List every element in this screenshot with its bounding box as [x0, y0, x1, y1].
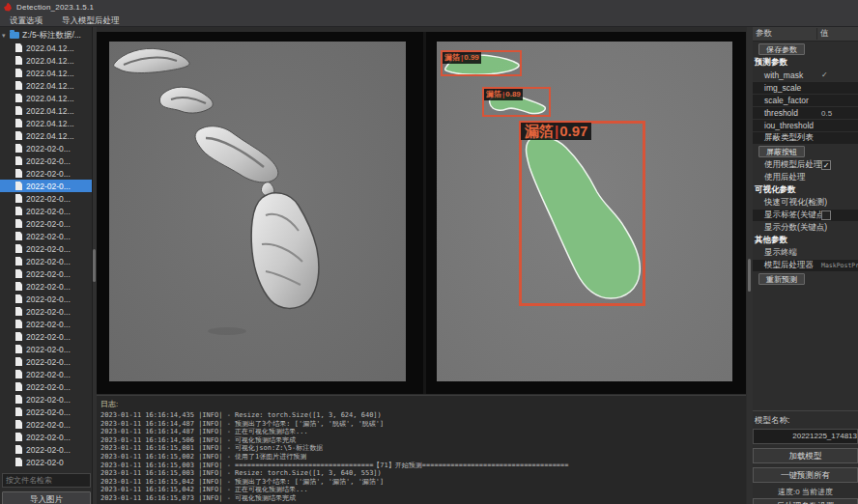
tree-item-label: 2022.04.12... [26, 56, 74, 66]
param-row[interactable]: 使用后处理 [753, 171, 858, 183]
tree-file-item[interactable]: 2022.04.12... [0, 104, 93, 117]
tree-item-label: 2022-02-0... [26, 307, 71, 317]
tree-root-folder[interactable]: ▾ Z:/5-标注数据/... [0, 29, 93, 42]
tree-file-item[interactable]: 2022-02-0... [0, 205, 93, 217]
model-name-field[interactable]: 20221225_174813 [753, 429, 858, 444]
menu-item[interactable]: 设置选项 [0, 14, 52, 27]
log-line: 2023-01-11 16:16:15,003 |INFO| - =======… [97, 462, 746, 470]
tree-item-label: 2022-02-0... [26, 269, 71, 279]
param-row[interactable]: 显示分数(关键点) [753, 221, 858, 234]
param-row[interactable]: 模型后处理器 MaskPostPro [753, 259, 858, 271]
expander-arrow-icon[interactable]: ▾ [2, 32, 10, 40]
tree-file-item[interactable]: 2022.04.12... [0, 92, 93, 104]
tree-file-item[interactable]: 2022-02-0... [0, 355, 93, 368]
menu-item[interactable]: 导入模型后处理 [52, 14, 129, 27]
import-images-button[interactable]: 导入图片 [2, 491, 91, 504]
predict-all-button[interactable]: 一键预测所有 [753, 467, 858, 483]
file-tree[interactable]: ▾ Z:/5-标注数据/... 2022.04.12... 2022.04.12… [0, 29, 93, 471]
tree-file-item[interactable]: 2022-02-0... [0, 167, 93, 180]
param-row[interactable]: 快速可视化(检测) [753, 196, 858, 209]
menubar: 设置选项 导入模型后处理 [0, 14, 858, 27]
param-value[interactable]: MaskPostPro [821, 262, 858, 269]
tree-file-item[interactable]: 2022-02-0... [0, 180, 93, 192]
param-row[interactable]: iou_threshold [753, 119, 858, 131]
tree-file-item[interactable]: 2022-02-0... [0, 305, 93, 318]
file-icon [15, 194, 22, 203]
param-row[interactable]: 显示终端 [753, 246, 858, 259]
file-icon [15, 144, 22, 153]
param-value[interactable] [821, 210, 831, 220]
param-label: img_scale [753, 83, 801, 93]
tree-file-item[interactable]: 2022-02-0... [0, 230, 93, 242]
tree-file-item[interactable]: 2022.04.12... [0, 54, 93, 67]
param-row[interactable]: img_scale [753, 81, 858, 94]
tree-file-item[interactable]: 2022-02-0... [0, 293, 93, 305]
tree-item-label: 2022-02-0... [26, 219, 71, 229]
param-label: 显示终端 [753, 247, 797, 259]
tree-file-item[interactable]: 2022-02-0... [0, 192, 93, 205]
tree-file-item[interactable]: 2022-02-0... [0, 406, 93, 418]
tree-file-item[interactable]: 2022-02-0... [0, 267, 93, 280]
file-icon [15, 257, 22, 266]
tree-file-item[interactable]: 2022-02-0... [0, 443, 93, 456]
tree-file-item[interactable]: 2022-02-0... [0, 343, 93, 355]
param-row[interactable]: 屏蔽按钮 [753, 144, 858, 158]
params-rows: 保存参数 预测参数 with_mask ✓ img_scale [753, 42, 858, 286]
tree-file-item[interactable]: 2022.04.12... [0, 117, 93, 129]
tree-file-item[interactable]: 2022-02-0... [0, 217, 93, 230]
param-row[interactable]: 使用模型后处理 ✓ [753, 158, 858, 171]
tree-file-item[interactable]: 2022-02-0... [0, 330, 93, 343]
param-row[interactable]: 其他参数 [753, 234, 858, 246]
file-icon [15, 94, 22, 102]
file-icon [15, 169, 22, 178]
file-icon [15, 207, 22, 215]
param-value[interactable]: ✓ [821, 70, 828, 79]
param-row[interactable]: 屏蔽类型列表 [753, 131, 858, 144]
log-lines: 2023-01-11 16:16:14,435 |INFO| - Resize:… [97, 411, 746, 503]
prediction-image-panel[interactable]: 漏箔|0.99 漏箔|0.89 漏箔|0.97 [437, 42, 732, 381]
load-model-button[interactable]: 加载模型 [753, 448, 858, 463]
tree-file-item[interactable]: 2022-02-0... [0, 280, 93, 293]
log-console[interactable]: 日志: 2023-01-11 16:16:14,435 |INFO| - Res… [97, 395, 746, 504]
tree-item-label: 2022-02-0... [26, 144, 71, 154]
file-icon [15, 458, 22, 466]
param-row[interactable]: with_mask ✓ [753, 69, 858, 81]
tree-file-item[interactable]: 2022.04.12... [0, 129, 93, 142]
window-title: Detection_2023.1.5.1 [16, 3, 94, 12]
tree-item-label: 2022-02-0... [26, 232, 71, 241]
tree-file-item[interactable]: 2022-02-0... [0, 393, 93, 406]
tree-file-item[interactable]: 2022-02-0... [0, 242, 93, 255]
tree-file-item[interactable]: 2022.04.12... [0, 79, 93, 92]
file-icon [15, 156, 22, 165]
param-row[interactable]: 显示标签(关键点) [753, 209, 858, 221]
param-row[interactable]: 可视化参数 [753, 183, 858, 196]
tree-file-item[interactable]: 2022-02-0... [0, 431, 93, 443]
tree-file-item[interactable]: 2022-02-0 [0, 456, 93, 468]
tree-file-item[interactable]: 2022-02-0... [0, 318, 93, 330]
param-row[interactable]: threshold 0.5 [753, 106, 858, 119]
source-image-panel[interactable] [109, 42, 406, 381]
param-row[interactable]: 预测参数 [753, 56, 858, 69]
tree-file-item[interactable]: 2022.04.12... [0, 67, 93, 79]
filename-search-input[interactable] [2, 473, 91, 488]
tree-item-label: 2022-02-0... [26, 433, 71, 442]
param-row[interactable]: 保存参数 [753, 42, 858, 56]
param-value[interactable]: ✓ [821, 160, 831, 170]
tree-file-item[interactable]: 2022.04.12... [0, 42, 93, 54]
tree-file-item[interactable]: 2022-02-0... [0, 255, 93, 267]
param-row[interactable]: scale_factor [753, 94, 858, 106]
tree-file-item[interactable]: 2022-02-0... [0, 142, 93, 154]
param-row[interactable]: 重新预测 [753, 271, 858, 286]
tree-file-item[interactable]: 2022-02-0... [0, 154, 93, 167]
tree-item-label: 2022.04.12... [26, 69, 74, 78]
parameters-panel: 参数 值 保存参数 预测参数 with_mask ✓ [753, 27, 858, 410]
tree-file-item[interactable]: 2022-02-0... [0, 418, 93, 431]
param-value[interactable]: 0.5 [821, 109, 832, 118]
tree-file-item[interactable]: 2022-02-0... [0, 380, 93, 393]
tree-file-item[interactable]: 2022-02-0... [0, 368, 93, 380]
file-icon [15, 131, 22, 140]
postprocess-settings-button[interactable]: 后处理参数设置 [753, 498, 858, 504]
file-sidebar: ▾ Z:/5-标注数据/... 2022.04.12... 2022.04.12… [0, 27, 93, 504]
file-icon [15, 106, 22, 115]
file-icon [15, 307, 22, 316]
